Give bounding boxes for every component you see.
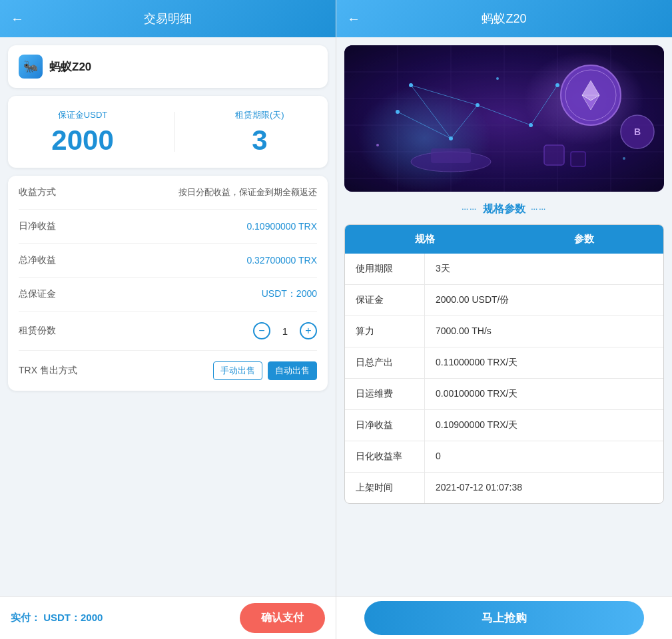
quantity-value: 1 xyxy=(278,325,292,337)
period-label: 租赁期限(天) xyxy=(235,109,284,121)
svg-point-40 xyxy=(623,157,625,160)
quantity-stepper: − 1 + xyxy=(253,322,317,339)
period-value: 3 xyxy=(235,126,284,154)
info-row-4: 租赁份数 − 1 + xyxy=(19,312,317,351)
info-value-3: USDT：2000 xyxy=(262,288,317,300)
spec-dots-left: ⋯⋯ xyxy=(462,206,478,213)
spec-cell-label-2: 算力 xyxy=(345,316,425,347)
spec-row-6: 日化收益率 0 xyxy=(345,441,663,473)
info-row-2: 总净收益 0.32700000 TRX xyxy=(19,244,317,278)
info-value-1: 0.10900000 TRX xyxy=(246,221,317,232)
spec-cell-label-6: 日化收益率 xyxy=(345,441,425,472)
spec-cell-label-7: 上架时间 xyxy=(345,473,425,503)
info-label-4: 租赁份数 xyxy=(19,325,56,337)
spec-cell-value-5: 0.10900000 TRX/天 xyxy=(425,410,663,441)
info-row-1: 日净收益 0.10900000 TRX xyxy=(19,210,317,244)
spec-cell-value-7: 2021-07-12 01:07:38 xyxy=(425,473,663,503)
right-bottom-bar: 马上抢购 xyxy=(336,596,672,639)
spec-cell-value-3: 0.11000000 TRX/天 xyxy=(425,347,663,378)
spec-cell-value-6: 0 xyxy=(425,441,663,472)
spec-cell-label-3: 日总产出 xyxy=(345,347,425,378)
left-back-button[interactable]: ← xyxy=(11,11,24,27)
brand-name: 蚂蚁Z20 xyxy=(49,59,91,75)
left-content: 🐜 蚂蚁Z20 保证金USDT 2000 租赁期限(天) 3 收益方式 按日分配… xyxy=(0,37,336,596)
right-panel: ← 蚂蚁Z20 xyxy=(336,0,672,639)
spec-title-text: 规格参数 xyxy=(483,202,525,216)
svg-point-21 xyxy=(449,136,453,140)
info-row-5: TRX 售出方式 手动出售 自动出售 xyxy=(19,351,317,391)
spec-dots-right: ⋯⋯ xyxy=(531,206,547,213)
right-header: ← 蚂蚁Z20 xyxy=(336,0,672,37)
spec-cell-value-0: 3天 xyxy=(425,254,663,284)
info-label-0: 收益方式 xyxy=(19,186,56,198)
right-back-button[interactable]: ← xyxy=(347,11,360,27)
right-content: B ⋯⋯ 规格参数 ⋯⋯ 规格 参数 xyxy=(336,37,672,596)
info-card: 收益方式 按日分配收益，保证金到期全额返还 日净收益 0.10900000 TR… xyxy=(8,176,328,391)
svg-rect-35 xyxy=(431,148,471,163)
spec-row-7: 上架时间 2021-07-12 01:07:38 xyxy=(345,473,663,503)
svg-point-23 xyxy=(529,123,533,127)
svg-text:B: B xyxy=(634,126,641,137)
svg-point-39 xyxy=(376,144,379,146)
spec-section-title: ⋯⋯ 规格参数 ⋯⋯ xyxy=(344,202,664,216)
svg-point-19 xyxy=(396,110,400,114)
svg-point-11 xyxy=(358,85,491,192)
left-header: ← 交易明细 xyxy=(0,0,336,37)
right-page-title: 蚂蚁Z20 xyxy=(482,11,526,27)
spec-row-1: 保证金 2000.00 USDT/份 xyxy=(345,285,663,316)
left-page-title: 交易明细 xyxy=(144,11,192,27)
svg-point-38 xyxy=(496,77,499,80)
info-label-5: TRX 售出方式 xyxy=(19,365,77,377)
deposit-label: 保证金USDT xyxy=(51,109,113,121)
quantity-increase-button[interactable]: + xyxy=(300,322,317,339)
sale-options: 手动出售 自动出售 xyxy=(213,361,317,380)
brand-card: 🐜 蚂蚁Z20 xyxy=(8,45,328,88)
quantity-decrease-button[interactable]: − xyxy=(253,322,270,339)
manual-sale-button[interactable]: 手动出售 xyxy=(213,361,262,380)
spec-cell-value-2: 7000.00 TH/s xyxy=(425,316,663,347)
confirm-pay-button[interactable]: 确认支付 xyxy=(240,603,325,633)
info-row-3: 总保证金 USDT：2000 xyxy=(19,278,317,312)
spec-row-2: 算力 7000.00 TH/s xyxy=(345,316,663,347)
spec-cell-value-4: 0.00100000 TRX/天 xyxy=(425,379,663,409)
spec-col-header-1: 参数 xyxy=(504,225,663,254)
spec-table: 规格 参数 使用期限 3天 保证金 2000.00 USDT/份 算力 7000… xyxy=(344,224,664,504)
svg-point-20 xyxy=(409,83,413,87)
spec-row-0: 使用期限 3天 xyxy=(345,254,663,285)
stats-card: 保证金USDT 2000 租赁期限(天) 3 xyxy=(8,96,328,168)
left-bottom-bar: 实付： USDT：2000 确认支付 xyxy=(0,596,336,639)
actual-pay-info: 实付： USDT：2000 xyxy=(11,612,103,624)
hero-image: B xyxy=(344,45,664,192)
actual-pay-value: USDT：2000 xyxy=(43,612,103,623)
info-label-3: 总保证金 xyxy=(19,288,56,300)
svg-rect-36 xyxy=(544,145,564,165)
info-value-2: 0.32700000 TRX xyxy=(246,255,317,266)
stats-divider xyxy=(174,112,174,152)
spec-table-header: 规格 参数 xyxy=(345,225,663,254)
info-label-2: 总净收益 xyxy=(19,254,56,266)
info-row-0: 收益方式 按日分配收益，保证金到期全额返还 xyxy=(19,176,317,210)
auto-sale-button[interactable]: 自动出售 xyxy=(268,361,317,380)
spec-cell-label-0: 使用期限 xyxy=(345,254,425,284)
spec-cell-value-1: 2000.00 USDT/份 xyxy=(425,285,663,316)
info-label-1: 日净收益 xyxy=(19,220,56,232)
brand-icon: 🐜 xyxy=(19,55,43,79)
deposit-stat: 保证金USDT 2000 xyxy=(51,109,113,154)
spec-row-5: 日净收益 0.10900000 TRX/天 xyxy=(345,410,663,441)
svg-point-22 xyxy=(476,103,480,107)
actual-pay-label: 实付： xyxy=(11,612,41,623)
spec-cell-label-1: 保证金 xyxy=(345,285,425,316)
left-panel: ← 交易明细 🐜 蚂蚁Z20 保证金USDT 2000 租赁期限(天) 3 xyxy=(0,0,336,639)
spec-row-3: 日总产出 0.11000000 TRX/天 xyxy=(345,347,663,379)
spec-col-header-0: 规格 xyxy=(345,225,504,254)
info-value-0: 按日分配收益，保证金到期全额返还 xyxy=(178,186,317,198)
buy-now-button[interactable]: 马上抢购 xyxy=(364,601,644,635)
deposit-value: 2000 xyxy=(51,126,113,154)
svg-point-24 xyxy=(555,83,559,87)
period-stat: 租赁期限(天) 3 xyxy=(235,109,284,154)
svg-rect-37 xyxy=(571,152,585,166)
spec-cell-label-4: 日运维费 xyxy=(345,379,425,409)
spec-cell-label-5: 日净收益 xyxy=(345,410,425,441)
spec-row-4: 日运维费 0.00100000 TRX/天 xyxy=(345,379,663,410)
